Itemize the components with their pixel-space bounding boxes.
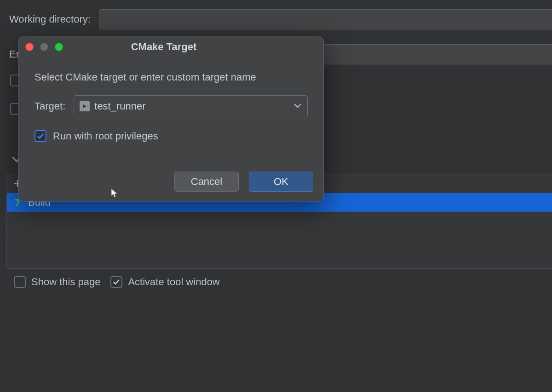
dialog-button-row: Cancel OK — [174, 172, 313, 192]
dialog-titlebar: CMake Target — [19, 36, 323, 58]
ok-button[interactable]: OK — [249, 172, 313, 192]
cmake-target-dialog: CMake Target Select CMake target or ente… — [18, 36, 324, 202]
bottom-options-row: Show this page Activate tool window — [14, 276, 220, 288]
show-this-page-checkbox[interactable] — [14, 276, 26, 288]
working-directory-label: Working directory: — [0, 13, 91, 25]
minimize-window-icon[interactable] — [40, 43, 48, 51]
chevron-down-icon — [293, 102, 302, 110]
root-privileges-row: Run with root privileges — [34, 130, 308, 142]
cancel-button[interactable]: Cancel — [174, 172, 239, 192]
activate-tool-window-group: Activate tool window — [110, 276, 219, 288]
mouse-cursor-icon — [111, 188, 118, 200]
target-combobox[interactable]: test_runner — [74, 95, 308, 117]
working-directory-input[interactable] — [99, 9, 552, 29]
dialog-body: Select CMake target or enter custom targ… — [19, 58, 323, 142]
cancel-button-label: Cancel — [191, 176, 222, 188]
root-privileges-label: Run with root privileges — [53, 130, 158, 142]
executable-icon — [80, 101, 90, 111]
activate-tool-window-checkbox[interactable] — [110, 276, 122, 288]
show-this-page-group: Show this page — [14, 276, 100, 288]
close-window-icon[interactable] — [25, 43, 34, 51]
zoom-window-icon[interactable] — [55, 43, 63, 51]
target-label: Target: — [34, 100, 65, 112]
target-value: test_runner — [94, 100, 145, 112]
svg-rect-0 — [16, 201, 19, 207]
activate-tool-window-label: Activate tool window — [128, 276, 219, 288]
dialog-message: Select CMake target or enter custom targ… — [34, 71, 308, 83]
target-row: Target: test_runner — [34, 95, 308, 117]
ok-button-label: OK — [274, 176, 288, 188]
root-privileges-checkbox[interactable] — [34, 130, 46, 142]
working-directory-row: Working directory: — [0, 8, 552, 30]
show-this-page-label: Show this page — [31, 276, 100, 288]
dialog-title: CMake Target — [18, 41, 323, 53]
window-controls — [25, 43, 63, 51]
